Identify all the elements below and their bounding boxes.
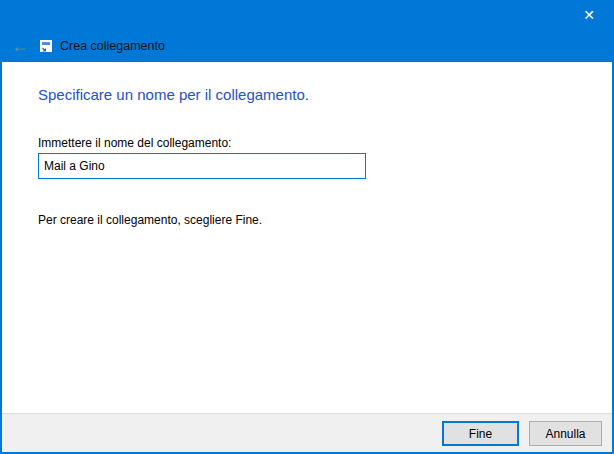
wizard-header: ← Crea collegamento [0, 30, 614, 62]
title-bar[interactable]: ✕ [0, 0, 614, 30]
shortcut-icon [38, 38, 54, 54]
shortcut-name-input[interactable] [38, 153, 366, 179]
page-heading: Specificare un nome per il collegamento. [38, 86, 309, 103]
window-border-left [0, 0, 2, 454]
close-button[interactable]: ✕ [566, 0, 612, 30]
create-shortcut-window: ✕ ← Crea collegamento Specificare un nom… [0, 0, 614, 454]
shortcut-name-label: Immettere il nome del collegamento: [38, 136, 231, 150]
back-arrow-icon: ← [11, 37, 29, 55]
finish-hint-text: Per creare il collegamento, scegliere Fi… [38, 213, 262, 227]
finish-button[interactable]: Fine [442, 421, 519, 446]
footer-bar: Fine Annulla [2, 413, 612, 452]
cancel-button[interactable]: Annulla [529, 421, 602, 446]
wizard-title: Crea collegamento [60, 30, 165, 62]
back-button[interactable]: ← [6, 30, 34, 62]
close-icon: ✕ [583, 8, 595, 22]
wizard-page: Specificare un nome per il collegamento.… [2, 62, 612, 413]
